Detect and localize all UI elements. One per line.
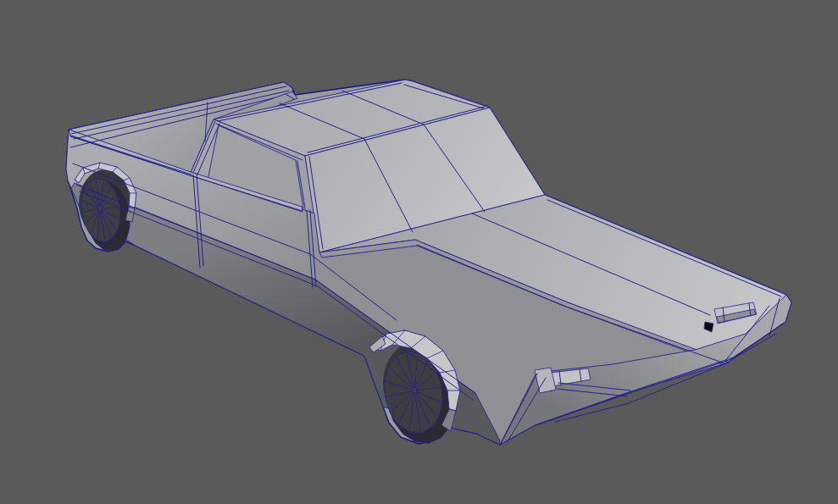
viewport-canvas[interactable]: [0, 0, 838, 504]
front-wheel-hub[interactable]: [412, 387, 417, 394]
rear-wheel-hub[interactable]: [97, 205, 103, 212]
viewport-3d[interactable]: [0, 0, 838, 504]
